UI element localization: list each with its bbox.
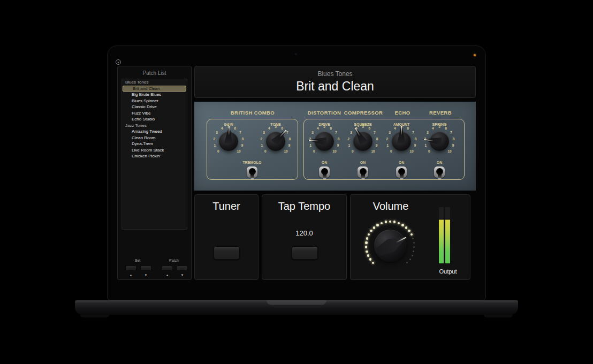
set-label: Set — [127, 259, 148, 262]
tap-tempo-button[interactable] — [292, 246, 318, 260]
toggle-switch-handle — [323, 172, 326, 179]
tempo-value: 120.0 — [262, 229, 346, 237]
knob-pointer — [211, 124, 247, 160]
amp-section-title: REVERB — [403, 110, 478, 116]
patch-list-title: Patch List — [118, 70, 191, 76]
switch-label: ON — [418, 161, 461, 164]
knob-pointer — [384, 124, 419, 158]
toggle-switch[interactable] — [247, 166, 257, 178]
patch-row[interactable]: Echo Studio — [122, 116, 187, 123]
patch-row[interactable]: Fuzz Vibe — [122, 110, 187, 117]
set-next-button[interactable] — [140, 266, 151, 271]
output-label: Output — [424, 268, 472, 275]
tuner-button[interactable] — [214, 246, 240, 260]
patch-row[interactable]: Amazing Tweed — [122, 128, 187, 135]
knob-gain[interactable]: 012345678910 — [211, 124, 246, 158]
status-led-icon — [474, 54, 476, 56]
patch-list[interactable]: Blues TonesBrit and CleanBig Brute Blues… — [121, 79, 187, 230]
toggle-switch-handle — [438, 172, 442, 179]
volume-knob-pointer — [354, 209, 426, 282]
knob-drive[interactable]: 012345678910 — [307, 124, 341, 158]
output-meter-right — [445, 207, 450, 263]
patch-group-row: Jazz Tones — [122, 123, 187, 129]
patch-row[interactable]: Classic Drive — [122, 104, 187, 110]
patch-group-row: Blues Tones — [122, 79, 187, 86]
volume-panel: Volume Output — [350, 194, 470, 280]
toggle-switch-handle — [250, 172, 254, 179]
laptop-screen: × Patch List Blues TonesBrit and CleanBi… — [107, 46, 486, 300]
toggle-switch-handle — [400, 172, 404, 179]
laptop-foot — [484, 315, 513, 317]
camera-icon — [295, 53, 297, 55]
amp-section-title: BRITISH COMBO — [215, 110, 290, 116]
patch-row[interactable]: Dyna-Trem — [122, 141, 187, 147]
toggle-switch[interactable] — [434, 166, 445, 178]
patch-prev-button[interactable] — [162, 266, 173, 271]
knob-pointer — [339, 118, 386, 164]
toggle-switch[interactable] — [319, 166, 330, 178]
patch-down-arrow-icon[interactable]: ▼ — [177, 274, 188, 277]
set-prev-button[interactable] — [125, 266, 136, 271]
macbook-mockup: × Patch List Blues TonesBrit and CleanBi… — [0, 0, 593, 364]
volume-pointer-wedge — [375, 231, 410, 259]
patch-row[interactable]: Brit and Clean — [123, 86, 186, 92]
laptop-base — [75, 300, 518, 315]
laptop-foot — [80, 315, 109, 317]
patch-list-panel: Patch List Blues TonesBrit and CleanBig … — [117, 66, 192, 280]
patch-row[interactable]: Clean Room — [122, 135, 187, 141]
tap-tempo-panel: Tap Tempo 120.0 — [262, 194, 347, 280]
patch-header-title: Brit and Clean — [195, 79, 475, 94]
volume-knob[interactable] — [363, 219, 417, 272]
patch-header-group: Blues Tones — [195, 70, 475, 78]
close-icon[interactable]: × — [116, 59, 121, 65]
patch-row[interactable]: Chicken Pickin' — [122, 153, 187, 160]
knob-pointer — [306, 123, 343, 160]
switch-label: ON — [380, 161, 423, 164]
toggle-switch[interactable] — [396, 166, 407, 178]
patch-row[interactable]: Live Room Stack — [122, 147, 187, 154]
knob-squeeze[interactable]: 012345678910 — [346, 124, 380, 158]
volume-title: Volume — [351, 200, 431, 213]
set-down-arrow-icon[interactable]: ▼ — [140, 274, 151, 277]
switch-label: ON — [341, 161, 384, 164]
patch-next-button[interactable] — [177, 266, 188, 271]
tap-tempo-title: Tap Tempo — [262, 200, 346, 213]
tuner-title: Tuner — [195, 200, 258, 213]
set-up-arrow-icon[interactable]: ▲ — [125, 274, 136, 277]
switch-label: ON — [303, 161, 346, 164]
laptop-lid-notch — [267, 300, 326, 305]
patch-label: Patch — [163, 259, 185, 262]
knob-pointer-highlight — [401, 126, 402, 135]
switch-label: TREMOLO — [231, 161, 273, 164]
tuner-panel: Tuner — [194, 194, 259, 280]
patch-row[interactable]: Big Brute Blues — [122, 92, 187, 98]
knob-amount[interactable]: 012345678910 — [384, 124, 419, 158]
output-meter-left — [439, 207, 444, 263]
toggle-switch[interactable] — [358, 166, 368, 178]
amp-panel: BRITISH COMBOGAIN012345678910TONE0123456… — [194, 102, 476, 191]
patch-header: Blues Tones Brit and Clean — [194, 66, 476, 98]
patch-up-arrow-icon[interactable]: ▲ — [162, 274, 173, 277]
knob-tone[interactable]: 012345678910 — [259, 124, 293, 158]
knob-pointer — [252, 117, 300, 165]
toggle-switch-handle — [361, 172, 365, 179]
knob-spring[interactable]: 012345678910 — [422, 124, 457, 158]
knob-pointer — [421, 123, 459, 161]
patch-row[interactable]: Blues Spinner — [122, 98, 187, 104]
